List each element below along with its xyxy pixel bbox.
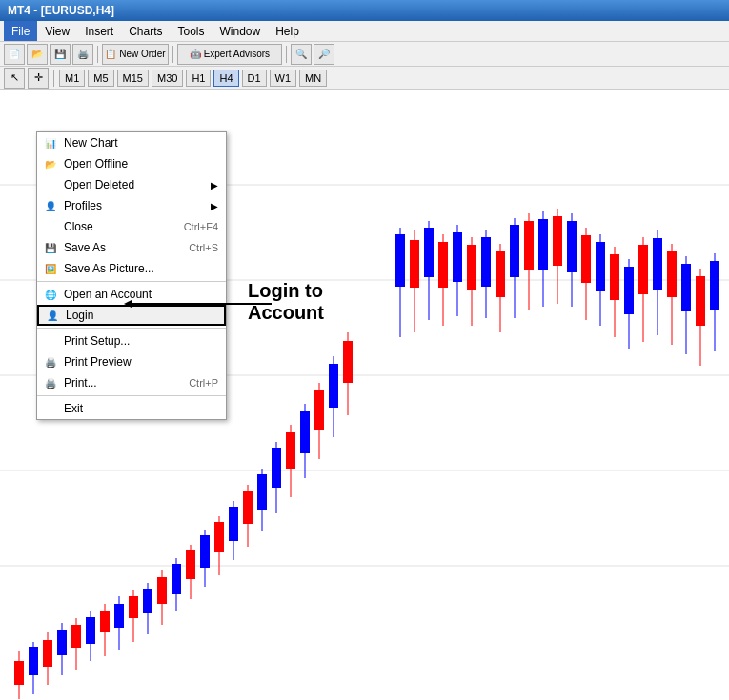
menu-open-deleted[interactable]: Open Deleted ▶ bbox=[37, 174, 226, 195]
menu-exit-label: Exit bbox=[64, 402, 83, 415]
menu-new-chart[interactable]: 📊 New Chart bbox=[37, 132, 226, 153]
sep-tf bbox=[53, 70, 54, 87]
menu-new-chart-label: New Chart bbox=[64, 136, 118, 150]
menu-exit[interactable]: Exit bbox=[37, 398, 226, 419]
open-account-icon: 🌐 bbox=[43, 287, 58, 302]
new-order-btn[interactable]: 📋 New Order bbox=[102, 44, 169, 65]
print-preview-icon: 🖨️ bbox=[43, 354, 58, 370]
tf-h4[interactable]: H4 bbox=[213, 70, 238, 87]
print-setup-icon bbox=[43, 333, 58, 349]
svg-rect-62 bbox=[453, 232, 462, 282]
svg-rect-88 bbox=[638, 245, 648, 294]
menu-tools[interactable]: Tools bbox=[171, 21, 213, 41]
svg-rect-48 bbox=[314, 390, 324, 430]
sep3 bbox=[286, 46, 287, 63]
menu-help[interactable]: Help bbox=[268, 21, 307, 41]
menu-save-as-picture-label: Save As Picture... bbox=[64, 262, 154, 275]
menu-print[interactable]: 🖨️ Print... Ctrl+P bbox=[37, 372, 226, 393]
menu-bar: File View Insert Charts Tools Window Hel… bbox=[0, 21, 729, 42]
annotation-arrow-svg bbox=[124, 294, 276, 313]
svg-rect-22 bbox=[129, 596, 138, 618]
svg-rect-12 bbox=[57, 630, 67, 655]
open-btn[interactable]: 📂 bbox=[27, 44, 48, 65]
svg-rect-84 bbox=[610, 254, 619, 300]
save-as-picture-icon: 🖼️ bbox=[43, 261, 58, 276]
menu-open-offline[interactable]: 📂 Open Offline bbox=[37, 153, 226, 174]
svg-rect-78 bbox=[567, 221, 577, 272]
svg-rect-90 bbox=[653, 238, 662, 290]
svg-rect-82 bbox=[596, 242, 605, 291]
menu-profiles[interactable]: 👤 Profiles ▶ bbox=[37, 195, 226, 216]
svg-rect-28 bbox=[172, 564, 181, 594]
svg-rect-64 bbox=[467, 245, 476, 290]
svg-rect-24 bbox=[143, 589, 152, 613]
menu-save-as[interactable]: 💾 Save As Ctrl+S bbox=[37, 237, 226, 258]
svg-rect-58 bbox=[424, 228, 434, 277]
svg-rect-34 bbox=[214, 522, 224, 552]
menu-save-as-picture[interactable]: 🖼️ Save As Picture... bbox=[37, 258, 226, 279]
svg-rect-50 bbox=[329, 364, 338, 408]
menu-file[interactable]: File bbox=[4, 21, 37, 41]
save-as-shortcut: Ctrl+S bbox=[189, 242, 218, 253]
menu-open-offline-label: Open Offline bbox=[64, 157, 128, 170]
close-shortcut: Ctrl+F4 bbox=[184, 221, 218, 232]
open-deleted-icon bbox=[43, 177, 58, 192]
svg-rect-92 bbox=[667, 251, 677, 297]
open-deleted-arrow: ▶ bbox=[211, 180, 218, 190]
menu-close[interactable]: Close Ctrl+F4 bbox=[37, 216, 226, 237]
menu-print-setup-label: Print Setup... bbox=[64, 334, 130, 348]
tf-w1[interactable]: W1 bbox=[270, 70, 297, 87]
menu-insert[interactable]: Insert bbox=[77, 21, 121, 41]
save-btn[interactable]: 💾 bbox=[50, 44, 71, 65]
sep1 bbox=[97, 46, 98, 63]
svg-rect-44 bbox=[286, 432, 295, 469]
tf-m30[interactable]: M30 bbox=[152, 70, 183, 87]
tf-h1[interactable]: H1 bbox=[186, 70, 211, 87]
svg-rect-18 bbox=[100, 611, 110, 632]
svg-rect-30 bbox=[186, 550, 195, 579]
svg-rect-96 bbox=[696, 276, 705, 326]
toolbar-timeframes: ↖ ✛ M1 M5 M15 M30 H1 H4 D1 W1 MN bbox=[0, 67, 729, 90]
svg-rect-42 bbox=[272, 448, 281, 488]
svg-rect-36 bbox=[229, 507, 238, 541]
menu-print-setup[interactable]: Print Setup... bbox=[37, 330, 226, 351]
tf-m15[interactable]: M15 bbox=[117, 70, 149, 87]
svg-rect-32 bbox=[200, 535, 210, 568]
new-chart-btn[interactable]: 📄 bbox=[4, 44, 25, 65]
svg-rect-74 bbox=[538, 219, 548, 270]
svg-rect-40 bbox=[257, 474, 267, 510]
tf-m1[interactable]: M1 bbox=[59, 70, 85, 87]
tf-mn[interactable]: MN bbox=[299, 70, 327, 87]
svg-rect-8 bbox=[29, 647, 38, 675]
svg-rect-76 bbox=[553, 216, 562, 266]
svg-rect-54 bbox=[395, 234, 405, 287]
svg-rect-72 bbox=[524, 221, 534, 270]
crosshair-btn[interactable]: ✛ bbox=[28, 68, 49, 89]
main-area: Login to Account 📊 New Chart 📂 Open Offl… bbox=[0, 90, 729, 700]
svg-rect-10 bbox=[43, 640, 52, 667]
menu-save-as-label: Save As bbox=[64, 241, 106, 254]
svg-rect-16 bbox=[86, 617, 95, 644]
zoom-out-btn[interactable]: 🔎 bbox=[314, 44, 334, 65]
svg-rect-86 bbox=[624, 267, 634, 314]
svg-rect-80 bbox=[581, 235, 591, 283]
svg-rect-38 bbox=[243, 491, 253, 524]
expert-advisors-btn[interactable]: 🤖 Expert Advisors bbox=[177, 44, 282, 65]
print-btn[interactable]: 🖨️ bbox=[72, 44, 93, 65]
tf-d1[interactable]: D1 bbox=[242, 70, 267, 87]
sep-print bbox=[37, 395, 226, 396]
svg-rect-20 bbox=[114, 604, 124, 628]
menu-print-preview[interactable]: 🖨️ Print Preview bbox=[37, 351, 226, 372]
svg-rect-46 bbox=[300, 411, 310, 453]
svg-rect-26 bbox=[157, 577, 167, 604]
menu-print-preview-label: Print Preview bbox=[64, 355, 132, 369]
menu-window[interactable]: Window bbox=[213, 21, 269, 41]
menu-view[interactable]: View bbox=[37, 21, 77, 41]
zoom-in-btn[interactable]: 🔍 bbox=[291, 44, 312, 65]
cursor-btn[interactable]: ↖ bbox=[4, 68, 25, 89]
menu-print-label: Print... bbox=[64, 376, 97, 390]
close-icon bbox=[43, 219, 58, 234]
tf-m5[interactable]: M5 bbox=[88, 70, 113, 87]
sep-login bbox=[37, 328, 226, 329]
menu-charts[interactable]: Charts bbox=[121, 21, 170, 41]
